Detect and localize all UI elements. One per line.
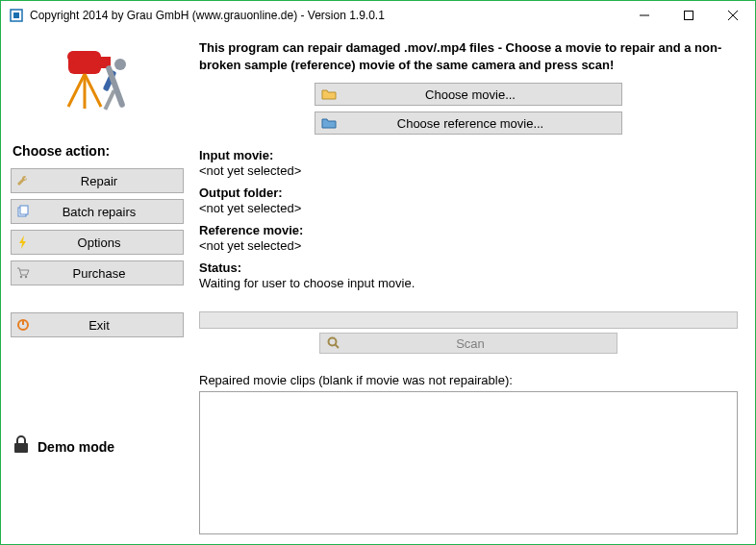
clips-listbox[interactable] xyxy=(199,391,738,534)
title-bar: Copyright 2014 by Grau GmbH (www.grauonl… xyxy=(1,1,755,30)
demo-mode-area: Demo mode xyxy=(11,432,184,534)
options-button[interactable]: Options xyxy=(11,230,184,255)
reference-movie-value: <not yet selected> xyxy=(199,238,738,253)
scan-label: Scan xyxy=(347,336,617,351)
intro-text: This program can repair damaged .mov/.mp… xyxy=(199,39,738,73)
batch-label: Batch repairs xyxy=(35,205,183,219)
svg-point-16 xyxy=(114,59,126,70)
svg-point-20 xyxy=(25,276,27,278)
sidebar-heading: Choose action: xyxy=(13,143,184,159)
input-movie-value: <not yet selected> xyxy=(199,163,738,178)
choose-reference-button[interactable]: Choose reference movie... xyxy=(315,111,622,135)
purchase-button[interactable]: Purchase xyxy=(11,260,184,285)
window-title: Copyright 2014 by Grau GmbH (www.grauonl… xyxy=(30,9,385,22)
app-logo xyxy=(11,37,184,134)
options-label: Options xyxy=(35,235,183,250)
lightning-icon xyxy=(12,235,35,249)
svg-rect-18 xyxy=(20,206,28,214)
magnifier-icon xyxy=(320,336,347,350)
svg-rect-3 xyxy=(685,12,693,20)
exit-button[interactable]: Exit xyxy=(11,312,184,337)
svg-point-7 xyxy=(67,51,79,62)
reference-movie-label: Reference movie: xyxy=(199,223,738,237)
output-folder-label: Output folder: xyxy=(199,186,738,200)
svg-line-10 xyxy=(68,74,85,107)
svg-point-19 xyxy=(20,276,22,278)
maximize-button[interactable] xyxy=(667,1,711,30)
folder-blue-icon xyxy=(315,116,342,130)
batch-repairs-button[interactable]: Batch repairs xyxy=(11,199,184,224)
svg-point-24 xyxy=(329,338,337,346)
lock-icon xyxy=(13,435,30,458)
choose-movie-button[interactable]: Choose movie... xyxy=(315,83,622,106)
main-panel: This program can repair damaged .mov/.mp… xyxy=(193,30,755,544)
status-label: Status: xyxy=(199,260,738,275)
choose-reference-label: Choose reference movie... xyxy=(342,116,621,131)
repair-button[interactable]: Repair xyxy=(11,168,184,193)
close-button[interactable] xyxy=(711,1,755,30)
repair-label: Repair xyxy=(35,174,183,188)
power-icon xyxy=(12,318,35,332)
scan-button[interactable]: Scan xyxy=(319,333,617,354)
wrench-icon xyxy=(12,174,35,187)
cart-icon xyxy=(12,266,35,280)
choose-movie-label: Choose movie... xyxy=(342,87,621,102)
purchase-label: Purchase xyxy=(35,266,183,281)
sidebar: Choose action: Repair Batch repairs xyxy=(1,30,193,544)
exit-label: Exit xyxy=(35,318,183,333)
clips-label: Repaired movie clips (blank if movie was… xyxy=(199,373,738,387)
svg-rect-14 xyxy=(104,89,116,111)
input-movie-label: Input movie: xyxy=(199,148,738,162)
status-value: Waiting for user to choose input movie. xyxy=(199,276,738,290)
documents-icon xyxy=(12,205,35,218)
svg-rect-23 xyxy=(14,443,28,453)
folder-open-icon xyxy=(315,87,342,101)
app-icon xyxy=(9,8,24,23)
output-folder-value: <not yet selected> xyxy=(199,201,738,215)
svg-rect-1 xyxy=(13,12,19,18)
app-window: Copyright 2014 by Grau GmbH (www.grauonl… xyxy=(0,0,756,545)
minimize-button[interactable] xyxy=(622,1,667,30)
demo-mode-label: Demo mode xyxy=(38,439,114,455)
svg-point-8 xyxy=(82,51,93,62)
svg-line-11 xyxy=(85,74,101,107)
svg-line-25 xyxy=(336,345,340,349)
progress-bar xyxy=(199,311,738,329)
